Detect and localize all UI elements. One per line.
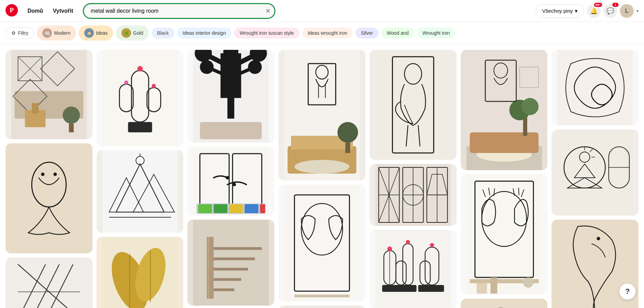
svg-point-128 xyxy=(430,243,434,247)
svg-rect-19 xyxy=(11,143,87,253)
filter-dropdown-button[interactable]: Všechny piny ▾ xyxy=(536,4,584,18)
bell-badge: 99+ xyxy=(594,3,602,7)
messages-button[interactable]: 💬 1 xyxy=(603,4,617,18)
chip-wrought-tuscan-label: Wrought iron tuscan style xyxy=(240,30,294,36)
nav-home[interactable]: Domů xyxy=(23,5,47,16)
svg-point-87 xyxy=(294,160,349,174)
svg-text:📰: 📰 xyxy=(45,31,50,36)
svg-rect-149 xyxy=(477,283,487,294)
svg-point-17 xyxy=(63,107,80,124)
pin-card[interactable] xyxy=(97,50,184,146)
svg-rect-70 xyxy=(214,204,228,213)
filter-icon: ⚙ xyxy=(11,30,16,36)
pin-card[interactable] xyxy=(187,50,274,143)
avatar-chevron-icon[interactable]: ▾ xyxy=(636,9,638,13)
svg-point-67 xyxy=(233,183,236,186)
pins-grid xyxy=(0,44,644,308)
svg-rect-76 xyxy=(214,247,262,250)
pinterest-logo[interactable]: P xyxy=(6,4,18,18)
svg-text:P: P xyxy=(10,6,14,14)
search-bar: ✕ xyxy=(83,3,275,19)
pin-card[interactable] xyxy=(97,150,184,233)
header-right: Všechny piny ▾ 🔔 99+ 💬 1 L ▾ xyxy=(536,4,638,18)
svg-rect-150 xyxy=(490,277,497,294)
pin-card[interactable] xyxy=(6,50,92,139)
chip-gold[interactable]: 🌿 Gold xyxy=(116,25,149,41)
pin-card[interactable] xyxy=(279,306,365,308)
svg-rect-122 xyxy=(394,285,416,292)
svg-rect-71 xyxy=(229,204,243,213)
svg-point-59 xyxy=(248,60,262,74)
svg-rect-79 xyxy=(214,278,241,281)
filters-label: Filtry xyxy=(18,30,28,36)
help-button[interactable]: ? xyxy=(619,283,636,300)
chip-modern[interactable]: 📰 Modern xyxy=(37,25,76,41)
pin-card[interactable] xyxy=(552,50,638,125)
chip-wrought-tuscan[interactable]: Wrought iron tuscan style xyxy=(234,28,299,38)
svg-rect-33 xyxy=(128,122,152,132)
svg-rect-80 xyxy=(214,288,234,291)
pin-card[interactable] xyxy=(279,185,365,301)
chip-ideas-wrought-label: Ideas wrought iron xyxy=(308,30,347,36)
chip-ideas-wrought[interactable]: Ideas wrought iron xyxy=(302,28,353,38)
svg-rect-90 xyxy=(284,185,360,301)
chip-silver-label: Silver xyxy=(361,30,373,36)
chip-silver[interactable]: Silver xyxy=(356,28,379,38)
svg-rect-62 xyxy=(200,122,262,139)
header: P Domů Vytvořit ✕ Všechny piny ▾ 🔔 99+ 💬… xyxy=(0,0,644,22)
pin-card[interactable] xyxy=(187,220,274,306)
chip-wrought[interactable]: Wrought iron xyxy=(417,28,455,38)
svg-rect-73 xyxy=(260,204,265,213)
svg-rect-37 xyxy=(102,150,178,233)
nav: Domů Vytvořit xyxy=(23,8,77,14)
pin-card[interactable] xyxy=(279,50,365,180)
chip-interior-label: Ideas interior design xyxy=(183,30,226,36)
search-input[interactable] xyxy=(83,3,275,19)
chip-black-label: Black xyxy=(157,30,169,36)
pin-card[interactable] xyxy=(6,257,92,308)
svg-point-34 xyxy=(137,66,143,72)
svg-text:🌿: 🌿 xyxy=(124,31,129,36)
pin-card[interactable] xyxy=(461,299,548,308)
svg-rect-74 xyxy=(193,220,269,306)
svg-rect-69 xyxy=(198,204,212,213)
chips-bar: ⚙ Filtry 📰 Modern 🏠 Ideas 🌿 Gold Black I… xyxy=(0,22,644,44)
filters-button[interactable]: ⚙ Filtry xyxy=(6,27,34,39)
chevron-down-icon: ▾ xyxy=(575,8,578,14)
svg-rect-16 xyxy=(32,103,39,113)
pin-card[interactable] xyxy=(461,50,548,170)
pin-card[interactable] xyxy=(6,143,92,253)
notifications-bell-button[interactable]: 🔔 99+ xyxy=(587,4,601,18)
chip-black[interactable]: Black xyxy=(152,28,174,38)
search-clear-button[interactable]: ✕ xyxy=(265,7,271,15)
avatar[interactable]: L xyxy=(620,4,634,18)
pin-card[interactable] xyxy=(370,50,457,160)
svg-point-151 xyxy=(523,277,533,288)
chip-interior[interactable]: Ideas interior design xyxy=(177,28,231,38)
pin-card[interactable] xyxy=(370,230,457,308)
pin-card[interactable] xyxy=(97,237,184,308)
svg-point-35 xyxy=(124,80,128,85)
svg-rect-139 xyxy=(466,174,542,295)
chip-gold-label: Gold xyxy=(133,30,143,36)
svg-text:🏠: 🏠 xyxy=(86,31,91,36)
pin-card[interactable] xyxy=(461,174,548,295)
nav-create[interactable]: Vytvořit xyxy=(49,5,77,16)
svg-rect-86 xyxy=(345,143,350,153)
svg-rect-72 xyxy=(245,204,259,213)
svg-rect-152 xyxy=(466,299,542,308)
svg-point-22 xyxy=(53,173,57,176)
chip-ideas-thumbnail: 🏠 xyxy=(84,28,94,38)
chip-wood[interactable]: Wood and xyxy=(381,28,414,38)
filter-dropdown-label: Všechny piny xyxy=(542,8,573,14)
svg-rect-61 xyxy=(228,98,234,119)
chip-ideas[interactable]: 🏠 Ideas xyxy=(79,25,113,41)
svg-rect-78 xyxy=(214,268,248,271)
pin-card[interactable] xyxy=(552,130,638,216)
pin-card[interactable] xyxy=(370,164,457,226)
chip-gold-thumbnail: 🌿 xyxy=(121,28,131,38)
pin-card[interactable] xyxy=(187,147,274,216)
svg-point-165 xyxy=(597,237,600,240)
svg-rect-125 xyxy=(418,285,444,292)
message-badge: 1 xyxy=(612,3,619,7)
